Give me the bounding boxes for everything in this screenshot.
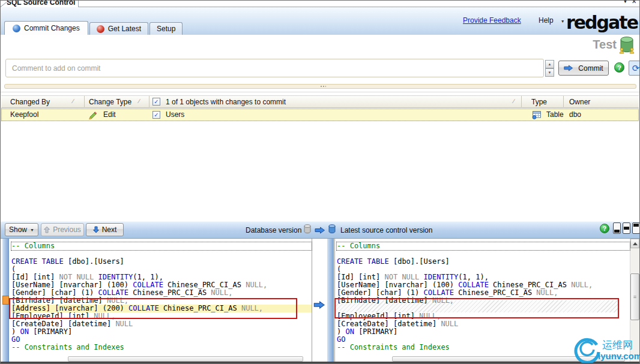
triangle-up-icon — [633, 242, 638, 245]
window-menu-caret-icon[interactable]: ▼ — [623, 1, 628, 4]
table-icon — [532, 111, 542, 119]
changed-by-value: Keepfool — [10, 110, 38, 119]
pane-border — [312, 239, 312, 364]
pane-layout-top-button[interactable] — [632, 222, 640, 234]
tab-label: Get Latest — [108, 25, 141, 33]
change-marker[interactable] — [2, 296, 9, 305]
code-line: ) ON [PRIMARY] — [337, 328, 630, 336]
code-line: [Birhdate] [datetime] NULL, — [337, 297, 630, 305]
chevron-down-icon: ▼ — [561, 19, 565, 23]
scrollbar-thumb[interactable]: ≡ — [630, 273, 639, 320]
column-header-owner[interactable]: Owner — [569, 98, 605, 106]
column-separator[interactable] — [563, 96, 564, 108]
commit-button-label: Commit — [578, 64, 603, 73]
right-change-map-bar[interactable] — [327, 239, 334, 364]
source-pane-source-control: -- ColumnsCREATE TABLE [dbo].[Users]([Id… — [337, 242, 630, 351]
database-icon-blue — [328, 224, 336, 234]
get-latest-orb-icon — [97, 25, 104, 33]
code-line: ) ON [PRIMARY] — [11, 328, 312, 336]
divider-line — [1, 92, 639, 92]
pane-layout-middle-button[interactable] — [623, 222, 630, 234]
show-dropdown-button[interactable]: Show ▼ — [5, 223, 38, 236]
close-icon[interactable]: ✕ — [632, 1, 636, 5]
object-name-value: Users — [166, 110, 184, 119]
previous-button[interactable]: Previous — [41, 223, 84, 236]
window-bottom-edge — [1, 362, 639, 364]
sort-indicator-icon: ∕ — [513, 98, 515, 104]
previous-label: Previous — [53, 225, 81, 234]
pane-layout-bottom-button[interactable] — [613, 222, 621, 234]
spinner-down-button[interactable]: ▼ — [545, 68, 554, 77]
tab-label: Setup — [157, 25, 175, 33]
title-bar: SQL Source Control ▼ ✕ — [1, 1, 639, 7]
next-arrow-icon — [93, 226, 99, 233]
gutter-arrow-icon — [313, 301, 325, 309]
database-icon-gray — [304, 224, 311, 234]
code-line: -- Constraints and Indexes — [11, 344, 312, 351]
pencil-edit-icon — [88, 110, 97, 119]
code-line: -- Columns — [11, 242, 312, 250]
help-icon[interactable]: ? — [600, 224, 609, 233]
test-database-icon — [619, 36, 635, 54]
grid-header: Changed By ∕ Change Type ∕ ✓ 1 of 1 obje… — [1, 95, 639, 108]
provide-feedback-link[interactable]: Provide Feedback — [463, 16, 521, 25]
spinner-up-button[interactable]: ▲ — [545, 60, 554, 68]
tab-setup[interactable]: Setup — [149, 22, 183, 35]
sort-indicator-icon: ∕ — [73, 98, 74, 104]
refresh-icon[interactable]: ⟳ — [629, 61, 640, 76]
column-separator[interactable] — [149, 96, 149, 108]
help-menu-label: Help — [539, 16, 554, 25]
header-band: Provide Feedback Help▼ redgate Commit Ch… — [1, 7, 639, 35]
database-name-label: Test — [593, 38, 617, 52]
diff-direction-arrow-icon — [315, 227, 325, 234]
previous-arrow-icon — [44, 226, 50, 233]
change-type-value: Edit — [103, 110, 116, 119]
commit-button[interactable]: Commit — [558, 61, 609, 76]
watermark-text-cn: 运维网 — [602, 338, 633, 352]
scroll-up-button[interactable] — [630, 239, 639, 248]
pane-border — [334, 239, 335, 364]
layout-bar-glyph — [614, 230, 620, 233]
next-label: Next — [102, 225, 117, 234]
code-line: CREATE TABLE [dbo].[Users] — [337, 258, 630, 266]
help-menu[interactable]: Help▼ — [539, 16, 565, 25]
code-line: -- Columns — [337, 242, 630, 250]
site-watermark: 运维网 iyunv.com — [574, 336, 640, 364]
tab-get-latest[interactable]: Get Latest — [89, 22, 148, 35]
column-header-change-type[interactable]: Change Type — [89, 98, 137, 106]
column-header-type[interactable]: Type — [531, 98, 558, 106]
tab-strip: Commit Changes Get Latest Setup — [4, 21, 183, 35]
help-icon[interactable]: ? — [614, 62, 624, 73]
show-label: Show — [9, 225, 27, 234]
commit-comment-input[interactable] — [5, 59, 544, 77]
objects-summary-label: 1 of 1 objects with changes to commit — [166, 98, 286, 106]
row-checkbox[interactable]: ✓ — [152, 111, 160, 119]
type-value: Table — [546, 110, 564, 119]
redgate-logo: redgate — [566, 12, 638, 33]
tab-label: Commit Changes — [24, 24, 80, 32]
sort-indicator-icon: ∕ — [139, 98, 140, 104]
next-button[interactable]: Next — [86, 223, 124, 236]
column-separator[interactable] — [521, 96, 522, 108]
sql-source-control-window: SQL Source Control ▼ ✕ Provide Feedback … — [0, 0, 640, 364]
splitter-handle[interactable] — [4, 84, 636, 89]
source-pane-database: -- ColumnsCREATE TABLE [dbo].[Users]([Id… — [11, 242, 312, 351]
layout-bar-glyph — [633, 224, 639, 227]
tab-commit-changes[interactable]: Commit Changes — [4, 21, 88, 35]
column-separator[interactable] — [84, 96, 85, 108]
table-row[interactable]: Keepfool Edit ✓ Users Table dbo — [1, 109, 639, 121]
chevron-down-icon: ▼ — [30, 228, 34, 232]
window-title: SQL Source Control — [7, 1, 75, 7]
right-version-label: Latest source control version — [340, 226, 432, 234]
column-header-changed-by[interactable]: Changed By — [10, 98, 70, 106]
watermark-text-en: iyunv.com — [598, 351, 640, 361]
commit-changes-orb-icon — [13, 25, 20, 32]
commit-arrow-icon — [564, 65, 573, 71]
left-version-label: Database version — [246, 226, 301, 234]
watermark-logo-icon — [574, 336, 600, 363]
owner-value: dbo — [569, 110, 581, 119]
code-line: CREATE TABLE [dbo].[Users] — [11, 258, 312, 266]
horizontal-scrollbar-left[interactable] — [68, 356, 303, 362]
layout-bar-glyph — [624, 227, 629, 230]
select-all-checkbox[interactable]: ✓ — [152, 98, 160, 106]
